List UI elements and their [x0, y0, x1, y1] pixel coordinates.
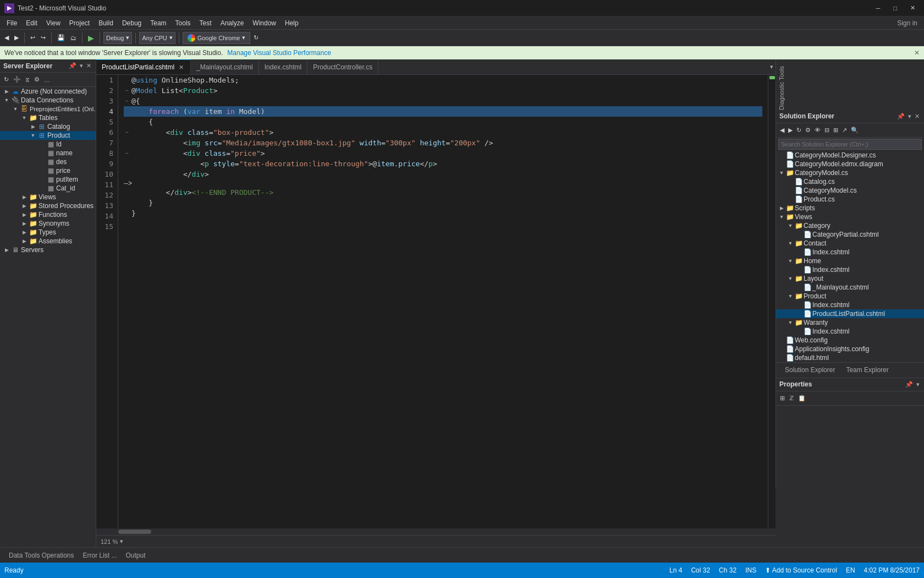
sol-waranty-index[interactable]: 📄 Index.cshtml	[776, 327, 924, 336]
sol-mainlayout[interactable]: 📄 _Mainlayout.cshtml	[776, 283, 924, 292]
signin-btn[interactable]: Sign in	[897, 19, 922, 27]
platform-dropdown[interactable]: Any CPU ▾	[139, 32, 175, 44]
tree-item-des[interactable]: ▦ des	[0, 157, 96, 166]
menu-window[interactable]: Window	[248, 17, 280, 30]
sol-product-index[interactable]: 📄 Index.cshtml	[776, 301, 924, 309]
server-explorer-arrow-btn[interactable]: ▾	[79, 62, 84, 69]
solution-search-input[interactable]	[778, 139, 922, 150]
toolbar-forward-btn[interactable]: ▶	[12, 33, 21, 42]
servers-expand-icon[interactable]: ▶	[2, 247, 11, 253]
sol-search-btn[interactable]: 🔍	[849, 126, 860, 134]
menu-analyze[interactable]: Analyze	[216, 17, 249, 30]
toolbar-refresh-btn[interactable]: ↻	[251, 33, 261, 42]
tab-solution-explorer[interactable]: Solution Explorer	[780, 365, 839, 375]
tab-mainlayout[interactable]: _Mainlayout.cshtml	[191, 59, 259, 75]
tab-overflow-btn[interactable]: ▾	[768, 63, 776, 70]
sol-catpartial[interactable]: 📄 CategoryPartial.cshtml	[776, 230, 924, 239]
tree-item-views[interactable]: ▶ 📁 Views	[0, 193, 96, 201]
code-editor[interactable]: 1 2 3 4 5 6 7 8 9 10 11 12 13 14 15	[96, 75, 776, 528]
menu-file[interactable]: File	[2, 17, 21, 30]
synonyms-expand-icon[interactable]: ▶	[20, 221, 29, 226]
tab-controller[interactable]: ProductController.cs	[307, 59, 378, 75]
sol-product-list-partial[interactable]: 📄 ProductListPartial.cshtml	[776, 309, 924, 318]
toolbar-undo-btn[interactable]: ↩	[28, 33, 37, 42]
menu-edit[interactable]: Edit	[21, 17, 42, 30]
toolbar-save-btn[interactable]: 💾	[55, 33, 67, 42]
sol-showall-btn[interactable]: 👁	[813, 126, 822, 134]
prop-category-btn[interactable]: ⊞	[778, 394, 787, 402]
product-expand-icon[interactable]: ▼	[29, 133, 37, 138]
views-expand-icon[interactable]: ▶	[20, 194, 29, 200]
server-explorer-close-btn[interactable]: ✕	[85, 62, 92, 69]
sol-views-folder[interactable]: ▼ 📁 Views	[776, 212, 924, 221]
sol-preview-btn[interactable]: ↗	[840, 126, 849, 134]
tree-item-id[interactable]: ▦ Id	[0, 140, 96, 149]
data-conn-expand-icon[interactable]: ▼	[2, 97, 11, 103]
server-explorer-pin-btn[interactable]: 📌	[68, 62, 78, 69]
toolbar-save-all-btn[interactable]: 🗂	[68, 34, 79, 42]
tab-output[interactable]: Output	[122, 550, 150, 560]
tree-item-types[interactable]: ▶ 📁 Types	[0, 228, 96, 237]
tab-product-list-partial[interactable]: ProductListPartial.cshtml ✕	[96, 59, 191, 75]
prop-pages-btn[interactable]: 📋	[796, 394, 807, 402]
sol-cat-edmx[interactable]: 📄 CategoryModel.edmx.diagram	[776, 160, 924, 168]
tree-item-tables[interactable]: ▼ 📁 Tables	[0, 113, 96, 122]
menu-tools[interactable]: Tools	[171, 17, 195, 30]
tree-item-catalog[interactable]: ▶ ⊞ Catalog	[0, 122, 96, 131]
info-link[interactable]: Manage Visual Studio Performance	[227, 49, 331, 57]
tree-item-catid[interactable]: ▦ Cat_id	[0, 184, 96, 193]
tree-item-product[interactable]: ▼ ⊞ Product	[0, 131, 96, 140]
tab-product-list-close[interactable]: ✕	[178, 64, 185, 71]
azure-expand-icon[interactable]: ▶	[2, 89, 11, 94]
sol-catalog-cs[interactable]: 📄 Catalog.cs	[776, 177, 924, 186]
info-close-btn[interactable]: ✕	[914, 49, 920, 57]
sol-contact-folder[interactable]: ▼ 📁 Contact	[776, 239, 924, 248]
sol-product-cs[interactable]: 📄 Product.cs	[776, 195, 924, 204]
preproject-expand-icon[interactable]: ▼	[11, 106, 20, 112]
status-source-control[interactable]: ⬆ Add to Source Control	[765, 566, 837, 574]
assemblies-expand-icon[interactable]: ▶	[20, 238, 29, 244]
tree-item-name[interactable]: ▦ name	[0, 149, 96, 157]
sol-back-btn[interactable]: ◀	[778, 126, 786, 134]
debug-config-dropdown[interactable]: Debug ▾	[103, 32, 132, 44]
tree-item-price[interactable]: ▦ price	[0, 166, 96, 175]
menu-help[interactable]: Help	[280, 17, 303, 30]
tree-item-data-connections[interactable]: ▼ 🔌 Data Connections	[0, 96, 96, 105]
tree-item-servers[interactable]: ▶ 🖥 Servers	[0, 246, 96, 254]
prop-pin-btn[interactable]: 📌	[904, 381, 914, 388]
tree-item-assemblies[interactable]: ▶ 📁 Assemblies	[0, 237, 96, 246]
sol-scripts[interactable]: ▶ 📁 Scripts	[776, 204, 924, 212]
sol-cat-designer[interactable]: 📄 CategoryModel.Designer.cs	[776, 151, 924, 160]
tree-item-preproject[interactable]: ▼ 🗄 PreprojectEntities1 (Onl...	[0, 105, 96, 113]
sol-app-insights[interactable]: 📄 ApplicationInsights.config	[776, 345, 924, 353]
line6-expand[interactable]: −	[124, 127, 130, 138]
sol-web-config[interactable]: 📄 Web.config	[776, 336, 924, 345]
sol-waranty-folder[interactable]: ▼ 📁 Waranty	[776, 318, 924, 327]
catalog-expand-icon[interactable]: ▶	[29, 124, 37, 129]
toolbar-back-btn[interactable]: ◀	[2, 33, 11, 42]
sol-properties-btn[interactable]: ⚙	[804, 126, 812, 134]
sol-cat-model-folder[interactable]: ▼ 📁 CategoryModel.cs	[776, 168, 924, 177]
sol-catmodel-cs[interactable]: 📄 CategoryModel.cs	[776, 186, 924, 195]
menu-debug[interactable]: Debug	[118, 17, 146, 30]
stored-proc-expand-icon[interactable]: ▶	[20, 203, 29, 209]
types-expand-icon[interactable]: ▶	[20, 230, 29, 235]
sol-contact-index[interactable]: 📄 Index.cshtml	[776, 248, 924, 257]
close-btn[interactable]: ✕	[906, 4, 920, 12]
tree-item-stored-proc[interactable]: ▶ 📁 Stored Procedures	[0, 201, 96, 210]
sol-collapse-btn[interactable]: ⊞	[832, 126, 840, 134]
se-arrow-btn[interactable]: ▾	[907, 113, 912, 120]
se-filter-btn[interactable]: ⧖	[24, 75, 31, 84]
line2-expand[interactable]: −	[124, 85, 130, 96]
prop-arrow-btn[interactable]: ▾	[915, 381, 921, 388]
menu-view[interactable]: View	[42, 17, 65, 30]
tab-data-tools[interactable]: Data Tools Operations	[4, 550, 79, 560]
sol-layout-folder[interactable]: ▼ 📁 Layout	[776, 274, 924, 283]
sol-forward-btn[interactable]: ▶	[787, 126, 794, 134]
se-pin-btn[interactable]: 📌	[896, 113, 906, 120]
line8-expand[interactable]: −	[124, 148, 130, 159]
zoom-dropdown[interactable]: ▾	[120, 538, 123, 545]
se-properties-btn[interactable]: ⚙	[32, 75, 41, 84]
prop-alpha-btn[interactable]: ℤ	[788, 394, 795, 402]
minimize-btn[interactable]: ─	[872, 5, 885, 12]
